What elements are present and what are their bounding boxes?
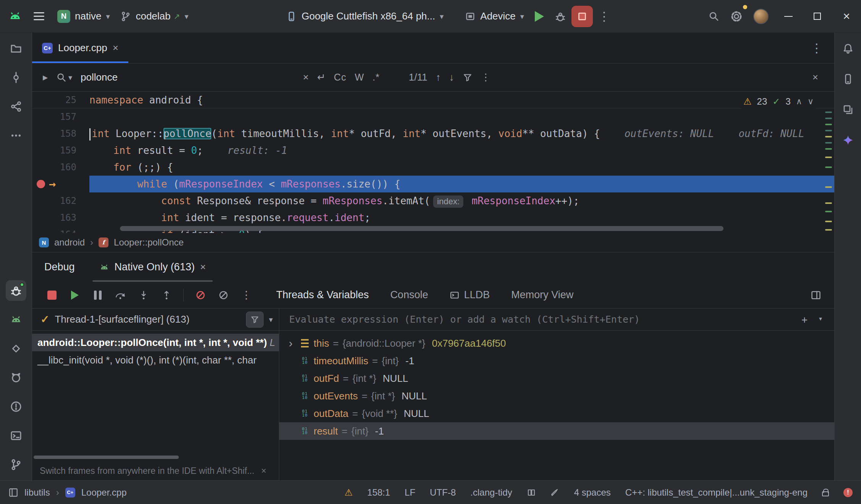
variable-row[interactable]: 01 10outFd = {int *} NULL	[279, 370, 834, 387]
run-button[interactable]	[529, 6, 549, 27]
debug-tool-button[interactable]	[6, 280, 26, 301]
code-line-160[interactable]: 160 for (;;) {	[32, 159, 834, 176]
clear-search-icon[interactable]: ×	[303, 71, 309, 83]
analysis-mark[interactable]	[825, 166, 832, 168]
profile-button[interactable]	[748, 6, 774, 27]
search-mode-button[interactable]: ▾	[56, 72, 72, 83]
frame-row[interactable]: android::Looper::pollOnce(int, int *, in…	[32, 334, 279, 351]
mute-breakpoints-button[interactable]	[214, 285, 233, 305]
gutter-line-158[interactable]: 158	[32, 125, 89, 142]
line-separator[interactable]: LF	[405, 487, 415, 498]
analysis-mark[interactable]	[825, 130, 832, 131]
analysis-mark[interactable]	[825, 118, 832, 119]
minimize-button[interactable]	[774, 0, 803, 33]
search-everywhere-button[interactable]	[703, 6, 725, 27]
analysis-mark[interactable]	[825, 111, 832, 113]
breakpoint-icon[interactable]	[37, 180, 45, 188]
settings-button[interactable]	[725, 6, 748, 27]
search-options-button[interactable]: ⋮	[481, 71, 491, 83]
gutter-line-25[interactable]: 25	[32, 92, 89, 108]
search-input[interactable]: pollonce	[81, 71, 295, 83]
layers-tool-button[interactable]	[838, 99, 858, 120]
lock-icon[interactable]	[822, 491, 829, 496]
analysis-mark[interactable]	[825, 211, 832, 212]
gutter-line-162[interactable]: 162	[32, 192, 89, 209]
regex-toggle[interactable]: .*	[372, 72, 380, 83]
analysis-mark[interactable]	[825, 186, 832, 188]
gemini-tool-button[interactable]	[838, 130, 858, 150]
previous-problem-icon[interactable]: ∧	[796, 97, 802, 107]
variable-row[interactable]: 01 10timeoutMillis = {int} -1	[279, 352, 834, 370]
close-window-button[interactable]: ×	[832, 0, 861, 33]
pause-button[interactable]	[88, 285, 108, 305]
tab-options-button[interactable]: ⋮	[805, 41, 828, 55]
analysis-mark[interactable]	[825, 221, 832, 222]
toolchain-status[interactable]: C++: libutils_test_compile|...unk_stagin…	[625, 487, 808, 498]
previous-match-button[interactable]: ↑	[436, 71, 441, 83]
running-devices-tool-button[interactable]	[6, 309, 26, 330]
highlighting-level-icon[interactable]	[550, 488, 560, 497]
gutter-line-164[interactable]: 164	[32, 226, 89, 233]
next-match-button[interactable]: ↓	[449, 71, 454, 83]
debug-button[interactable]	[549, 6, 571, 27]
tool-window-widget-icon[interactable]	[8, 488, 18, 498]
close-search-icon[interactable]: ×	[812, 71, 824, 83]
close-tab-icon[interactable]: ×	[113, 42, 118, 54]
notifications-tool-button[interactable]	[838, 38, 858, 59]
analysis-mark[interactable]	[825, 136, 832, 137]
stop-button[interactable]	[571, 6, 593, 27]
caret-position[interactable]: 158:1	[367, 487, 390, 498]
code-line-159[interactable]: 159 int result = 0;result: -1	[32, 142, 834, 159]
match-case-toggle[interactable]: Cc	[334, 72, 346, 83]
code-line-157[interactable]: 157	[32, 108, 834, 125]
variable-row[interactable]: ›this = {android::Looper *} 0x7967aa146f…	[279, 334, 834, 352]
resume-button[interactable]	[65, 285, 85, 305]
device-manager-tool-button[interactable]	[838, 69, 858, 89]
evaluate-history-icon[interactable]: ▾	[818, 314, 823, 325]
whole-words-toggle[interactable]: W	[355, 72, 364, 83]
breadcrumb-namespace[interactable]: android	[54, 237, 85, 248]
frames-filter-button[interactable]	[246, 312, 264, 328]
inspections-widget[interactable]: ⚠ 23 ✓ 3 ∧ ∨	[740, 95, 817, 108]
logcat-tool-button[interactable]	[6, 367, 26, 388]
gutter-line-159[interactable]: 159	[32, 142, 89, 159]
step-over-button[interactable]	[111, 285, 131, 305]
code-editor[interactable]: 25namespace android {157158int Looper::p…	[32, 92, 834, 233]
variable-row[interactable]: 01 10outData = {void **} NULL	[279, 405, 834, 422]
analysis-mark[interactable]	[825, 229, 832, 231]
variable-row[interactable]: 01 10outEvents = {int *} NULL	[279, 387, 834, 405]
error-indicator-icon[interactable]: !	[843, 488, 853, 497]
thread-selector[interactable]: ✓ Thread-1-[surfaceflinger] (613) ▾	[32, 309, 279, 331]
expand-chevron-icon[interactable]: ›	[285, 337, 296, 350]
more-actions-button[interactable]: ⋮	[593, 9, 616, 24]
run-configuration-selector[interactable]: Adevice ▾	[460, 6, 529, 27]
code-line-158[interactable]: 158int Looper::pollOnce(int timeoutMilli…	[32, 125, 834, 142]
more-tool-windows-button[interactable]	[6, 125, 26, 146]
code-line-162[interactable]: 162 const Response& response = mResponse…	[32, 192, 834, 209]
view-breakpoints-button[interactable]	[191, 285, 210, 305]
vcs-branch-selector[interactable]: codelab ↗ ▾	[115, 6, 194, 27]
status-file[interactable]: Looper.cpp	[81, 487, 127, 498]
debug-session-tab[interactable]: Native Only (613) ×	[96, 252, 209, 282]
frame-row[interactable]: __libc_init(void *, void (*)(), int (*)(…	[32, 351, 279, 369]
thread-dropdown-icon[interactable]: ▾	[269, 315, 273, 324]
commit-tool-button[interactable]	[6, 67, 26, 88]
tab-console[interactable]: Console	[390, 289, 428, 301]
maximize-button[interactable]	[803, 0, 832, 33]
warning-icon[interactable]: ⚠	[345, 487, 353, 498]
close-session-icon[interactable]: ×	[200, 261, 206, 273]
filter-icon[interactable]	[463, 73, 473, 82]
problems-tool-button[interactable]	[6, 396, 26, 417]
breadcrumb-function[interactable]: Looper::pollOnce	[114, 237, 184, 248]
expand-search-icon[interactable]: ▸	[43, 71, 48, 83]
next-problem-icon[interactable]: ∨	[808, 97, 814, 107]
analysis-mark[interactable]	[825, 148, 832, 150]
analysis-mark[interactable]	[825, 142, 832, 144]
step-into-button[interactable]	[134, 285, 154, 305]
analysis-mark[interactable]	[825, 124, 832, 125]
terminal-tool-button[interactable]	[6, 425, 26, 446]
gutter-line-160[interactable]: 160	[32, 159, 89, 176]
version-control-tool-button[interactable]	[6, 454, 26, 475]
layout-inspector-tool-button[interactable]	[6, 338, 26, 359]
code-line-25[interactable]: 25namespace android {	[32, 92, 834, 108]
